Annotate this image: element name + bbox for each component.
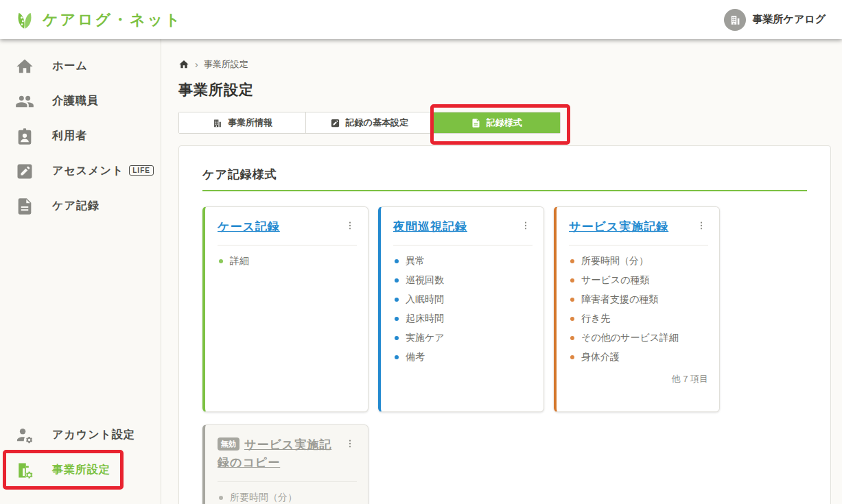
kebab-menu-icon[interactable] — [696, 219, 708, 232]
field-item: 詳細 — [218, 252, 357, 271]
people-icon — [15, 92, 34, 111]
field-item: 所要時間（分） — [569, 252, 708, 271]
app-name: ケアログ・ネット — [43, 10, 183, 30]
card-row-2: 無効サービス実施記録のコピー 所要時間（分） サービスの種類 — [202, 424, 807, 504]
sidebar-bottom-group: アカウント設定 事業所設定 — [0, 418, 161, 488]
field-list: 所要時間（分） サービスの種類 — [218, 488, 357, 504]
sidebar-item-office-settings[interactable]: 事業所設定 — [0, 453, 161, 488]
bullet-dot — [395, 298, 399, 302]
bullet-dot — [395, 278, 399, 283]
sidebar-item-assessment[interactable]: アセスメントLIFE — [0, 154, 161, 189]
office-gear-icon — [15, 461, 34, 480]
tab-record-basic-settings[interactable]: 記録の基本設定 — [306, 112, 433, 133]
page-title: 事業所設定 — [178, 80, 831, 99]
tab-office-info[interactable]: 事業所情報 — [179, 112, 306, 133]
field-item: 所要時間（分） — [218, 488, 357, 504]
more-items-label: 他 7 項目 — [569, 373, 708, 385]
bullet-dot — [395, 336, 399, 340]
field-item: 入眠時間 — [393, 290, 533, 309]
life-badge: LIFE — [129, 165, 154, 176]
breadcrumb: › 事業所設定 — [178, 58, 831, 71]
divider — [393, 245, 533, 245]
card-title-link[interactable]: サービス実施記録 — [569, 218, 668, 236]
field-item: 障害者支援の種類 — [569, 290, 708, 309]
divider — [569, 245, 708, 245]
bullet-dot — [395, 355, 399, 359]
field-list: 異常 巡視回数 入眠時間 起床時間 実施ケア 備考 — [393, 252, 533, 367]
sidebar-item-assessment-label: アセスメント — [52, 165, 124, 176]
sidebar: ホーム 介護職員 利用者 アセスメントLIFE — [0, 39, 161, 504]
person-gear-icon — [15, 426, 34, 445]
breadcrumb-home-icon[interactable] — [178, 59, 189, 70]
card-night-patrol-record: 夜間巡視記録 異常 巡視回数 入眠時間 起床時間 実施ケア 備考 — [378, 206, 544, 412]
field-item: 身体介護 — [569, 348, 708, 367]
id-badge-icon — [15, 127, 34, 146]
card-title-link[interactable]: ケース記録 — [218, 218, 280, 236]
sidebar-item-care-records[interactable]: ケア記録 — [0, 189, 161, 224]
bullet-dot — [219, 496, 223, 500]
card-row-1: ケース記録 詳細 夜間巡視記録 — [202, 206, 807, 412]
sidebar-item-home[interactable]: ホーム — [0, 49, 161, 84]
bullet-dot — [570, 317, 574, 321]
sidebar-item-account-settings[interactable]: アカウント設定 — [0, 418, 161, 453]
clipboard-pencil-icon — [15, 162, 34, 181]
document-icon — [15, 197, 34, 216]
tab-record-format[interactable]: 記録様式 — [433, 112, 560, 133]
sidebar-item-users[interactable]: 利用者 — [0, 119, 161, 154]
bullet-dot — [570, 355, 574, 359]
breadcrumb-current: 事業所設定 — [204, 58, 248, 71]
bullet-dot — [570, 336, 574, 340]
sidebar-top-group: ホーム 介護職員 利用者 アセスメントLIFE — [0, 49, 161, 224]
card-service-implementation-record: サービス実施記録 所要時間（分） サービスの種類 障害者支援の種類 行き先 その… — [554, 206, 720, 412]
main-content: › 事業所設定 事業所設定 事業所情報 記録の基本設定 記録様式 — [161, 39, 842, 504]
divider — [218, 245, 357, 245]
kebab-menu-icon[interactable] — [520, 219, 533, 232]
card-service-record-copy-disabled: 無効サービス実施記録のコピー 所要時間（分） サービスの種類 — [202, 424, 369, 504]
account-chip[interactable]: 事業所ケアログ — [724, 9, 826, 31]
kebab-menu-icon[interactable] — [344, 437, 357, 450]
field-item: その他のサービス詳細 — [569, 328, 708, 348]
field-item: 実施ケア — [393, 328, 533, 348]
card-case-record: ケース記録 詳細 — [202, 206, 369, 412]
bullet-dot — [570, 259, 574, 263]
building-icon — [212, 118, 222, 128]
account-name: 事業所ケアログ — [753, 13, 826, 26]
bullet-dot — [219, 259, 223, 263]
care-record-format-panel: ケア記録様式 ケース記録 詳細 — [178, 145, 831, 504]
card-title-link[interactable]: 夜間巡視記録 — [393, 218, 467, 236]
field-item: 起床時間 — [393, 309, 533, 328]
field-list: 所要時間（分） サービスの種類 障害者支援の種類 行き先 その他のサービス詳細 … — [569, 252, 708, 367]
tab-bar: 事業所情報 記録の基本設定 記録様式 — [178, 112, 561, 134]
kebab-menu-icon[interactable] — [344, 219, 357, 232]
pencil-square-icon — [330, 118, 340, 128]
bullet-dot — [570, 278, 574, 283]
app-header: ケアログ・ネット 事業所ケアログ — [0, 0, 842, 39]
field-item: サービスの種類 — [569, 271, 708, 290]
building-avatar-icon — [724, 9, 746, 31]
leaf-logo-icon — [14, 9, 36, 31]
breadcrumb-separator: › — [195, 59, 198, 70]
app-logo[interactable]: ケアログ・ネット — [14, 9, 183, 31]
disabled-status-badge: 無効 — [218, 437, 239, 451]
field-list: 詳細 — [218, 252, 357, 271]
field-item: 備考 — [393, 348, 533, 367]
panel-heading: ケア記録様式 — [202, 167, 807, 191]
field-item: 行き先 — [569, 309, 708, 328]
bullet-dot — [395, 259, 399, 263]
bullet-dot — [395, 317, 399, 321]
home-icon — [15, 57, 34, 76]
document-icon — [471, 118, 481, 128]
field-item: 巡視回数 — [393, 271, 533, 290]
field-item: 異常 — [393, 252, 533, 271]
divider — [218, 481, 357, 482]
sidebar-item-care-staff[interactable]: 介護職員 — [0, 84, 161, 119]
bullet-dot — [570, 298, 574, 302]
